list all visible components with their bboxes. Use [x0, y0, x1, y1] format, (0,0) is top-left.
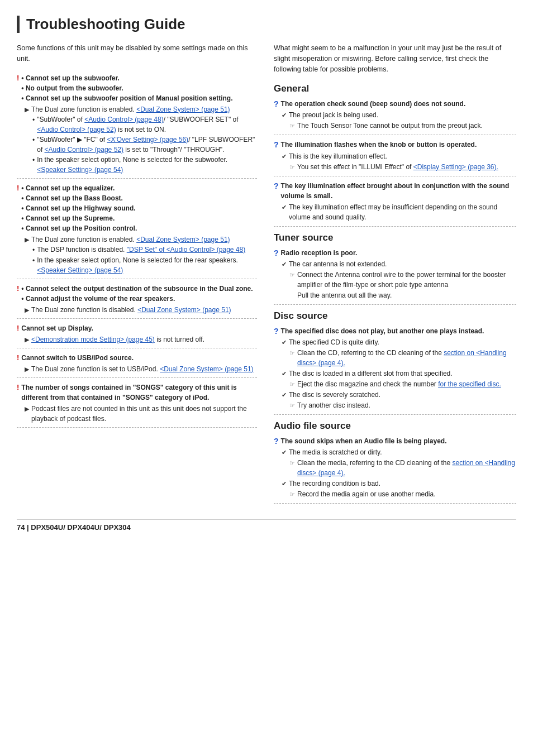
check-icon-8: ✔: [282, 448, 287, 457]
cause-eq-3: • In the speaker select option, None is …: [32, 255, 257, 275]
exclaim-icon-5: !: [17, 353, 19, 363]
bullet-3: •: [32, 155, 35, 165]
page-title: Troubleshooting Guide: [17, 16, 516, 33]
check-disc-1: ✔ The specified CD is quite dirty.: [282, 337, 516, 347]
link-demo-mode[interactable]: <Demonstration mode Setting> (page 45): [31, 336, 155, 343]
cause-block-illum: ✔ This is the key illumination effect. ☞…: [282, 151, 516, 172]
arrow-icon-2: ▶: [25, 235, 29, 245]
link-speaker-1[interactable]: <Speaker Setting> (page 54): [37, 166, 123, 174]
check-icon-2: ✔: [282, 152, 287, 161]
exclaim-icon-3: !: [17, 284, 19, 294]
left-intro: Some functions of this unit may be disab…: [17, 43, 257, 64]
key-illum-question: The key illumination effect brought abou…: [281, 182, 510, 200]
link-dual-zone-2[interactable]: <Dual Zone System> (page 51): [136, 236, 230, 243]
problem-audio: ? The sound skips when an Audio file is …: [274, 436, 516, 504]
link-dual-zone-1[interactable]: <Dual Zone System> (page 51): [136, 106, 230, 113]
tip-icon-3: ☞: [289, 270, 295, 280]
question-icon-1: ?: [274, 99, 279, 109]
exclaim-icon-1: !: [17, 73, 19, 83]
problem-title-usb: ! Cannot switch to USB/iPod source.: [17, 353, 257, 363]
link-dual-zone-3[interactable]: <Dual Zone System> (page 51): [137, 306, 231, 314]
question-icon-3: ?: [274, 181, 279, 191]
right-intro: What might seem to be a malfunction in y…: [274, 43, 516, 74]
problem-key-illum-small: ? The key illumination effect brought ab…: [274, 181, 516, 227]
tip-audio-2: ☞ Record the media again or use another …: [289, 489, 516, 499]
tip-radio-2: ☞ Pull the antenna out all the way.: [289, 290, 516, 300]
question-icon-2: ?: [274, 140, 279, 150]
tip-icon-6: ☞: [289, 380, 295, 389]
link-audio-control-3[interactable]: <Audio Control> (page 52): [45, 146, 123, 154]
problem-beep: ? The operation check sound (beep sound)…: [274, 99, 516, 135]
problem-title-audio: ? The sound skips when an Audio file is …: [274, 436, 516, 446]
cause-block-key-illum: ✔ The key illumination effect may be ins…: [282, 202, 516, 222]
dual-title-2: • Cannot adjust the volume of the rear s…: [21, 294, 253, 304]
tip-icon-7: ☞: [289, 401, 295, 410]
link-dual-zone-4[interactable]: <Dual Zone System> (page 51): [160, 365, 253, 373]
subwoofer-title-3: • Cannot set up the subwoofer position o…: [21, 93, 232, 103]
problem-title-radio: ? Radio reception is poor.: [274, 248, 516, 258]
problem-block-subwoofer: ! • Cannot set up the subwoofer. • No ou…: [17, 73, 257, 179]
tip-icon-8: ☞: [289, 458, 295, 468]
check-icon-3: ✔: [282, 203, 287, 212]
arrow-icon-5: ▶: [25, 365, 29, 374]
problem-block-songs: ! The number of songs contained in "SONG…: [17, 382, 257, 428]
cause-block-songs: ▶ Podcast files are not counted in this …: [25, 404, 257, 424]
tip-icon-2: ☞: [289, 162, 295, 172]
link-dsp[interactable]: "DSP Set" of <Audio Control> (page 48): [127, 246, 245, 253]
check-icon-5: ✔: [282, 338, 287, 347]
check-illum-1: ✔ This is the key illumination effect.: [282, 151, 516, 161]
link-audio-control-1[interactable]: <Audio Control> (page 48): [84, 116, 163, 123]
section-disc-heading: Disc source: [274, 310, 516, 322]
songs-title-1: The number of songs contained in "SONGS"…: [21, 382, 257, 403]
link-handling-discs-2[interactable]: section on <Handling discs> (page 4).: [297, 459, 515, 477]
audio-question: The sound skips when an Audio file is be…: [281, 437, 447, 445]
arrow-icon-4: ▶: [25, 335, 29, 344]
check-audio-2: ✔ The recording condition is bad.: [282, 479, 516, 489]
bullet-2: •: [32, 135, 35, 145]
problem-title-beep: ? The operation check sound (beep sound)…: [274, 99, 516, 109]
link-xover[interactable]: <X'Over Setting> (page 56): [107, 136, 188, 143]
check-key-illum-1: ✔ The key illumination effect may be ins…: [282, 202, 516, 222]
problem-block-display: ! Cannot set up Display. ▶ <Demonstratio…: [17, 323, 257, 348]
bullet-5: •: [32, 256, 35, 266]
check-disc-3: ✔ The disc is severely scratched.: [282, 390, 516, 400]
problem-block-equalizer: ! • Cannot set up the equalizer. • Canno…: [17, 183, 257, 279]
link-display-setting[interactable]: <Display Setting> (page 36).: [413, 163, 498, 171]
cause-subwoofer-3: • "SubWoofer" ▶ "FC" of <X'Over Setting>…: [32, 135, 257, 155]
problem-title-songs: ! The number of songs contained in "SONG…: [17, 382, 257, 403]
arrow-icon-3: ▶: [25, 305, 29, 315]
check-radio-1: ✔ The car antenna is not extended.: [282, 259, 516, 269]
arrow-icon-6: ▶: [25, 404, 29, 414]
check-icon-4: ✔: [282, 260, 287, 269]
check-icon-9: ✔: [282, 479, 287, 489]
cause-dual-1: ▶ The Dual zone function is disabled. <D…: [25, 305, 257, 315]
section-general-heading: General: [274, 83, 516, 94]
problem-block-dual-zone: ! • Cannot select the output destination…: [17, 284, 257, 319]
question-icon-4: ?: [274, 248, 279, 258]
link-handling-discs-1[interactable]: section on <Handling discs> (page 4).: [297, 349, 507, 367]
check-icon-6: ✔: [282, 369, 287, 379]
link-speaker-2[interactable]: <Speaker Setting> (page 54): [37, 266, 123, 274]
bullet-4: •: [32, 245, 35, 255]
eq-title-4: • Cannot set up the Supreme.: [21, 213, 137, 223]
cause-subwoofer-1: ▶ The Dual zone function is enabled. <Du…: [25, 104, 257, 114]
link-audio-control-2[interactable]: <Audio Control> (page 52): [37, 126, 116, 133]
problem-title-illumination: ? The illumination flashes when the knob…: [274, 140, 516, 150]
problem-title-disc: ? The specified disc does not play, but …: [274, 326, 516, 336]
cause-subwoofer-2: • "SubWoofer" of <Audio Control> (page 4…: [32, 114, 257, 135]
tip-icon-1: ☞: [289, 121, 295, 131]
cause-block-display: ▶ <Demonstration mode Setting> (page 45)…: [25, 334, 257, 344]
arrow-icon-1: ▶: [25, 105, 29, 114]
usb-title-1: Cannot switch to USB/iPod source.: [21, 353, 134, 363]
tip-icon-5: ☞: [289, 348, 295, 358]
cause-usb-1: ▶ The Dual zone function is set to USB/i…: [25, 364, 257, 374]
illum-question: The illumination flashes when the knob o…: [281, 141, 477, 149]
display-title-1: Cannot set up Display.: [21, 323, 93, 333]
cause-block-dual-zone: ▶ The Dual zone function is disabled. <D…: [25, 305, 257, 315]
radio-question: Radio reception is poor.: [281, 249, 358, 257]
footer: 74 | DPX504U/ DPX404U/ DPX304: [17, 519, 516, 532]
subwoofer-title-2: • No output from the subwoofer.: [21, 83, 232, 93]
problem-radio: ? Radio reception is poor. ✔ The car ant…: [274, 248, 516, 305]
exclaim-icon-2: !: [17, 183, 19, 193]
link-disc-number: for the specified disc.: [438, 380, 501, 388]
